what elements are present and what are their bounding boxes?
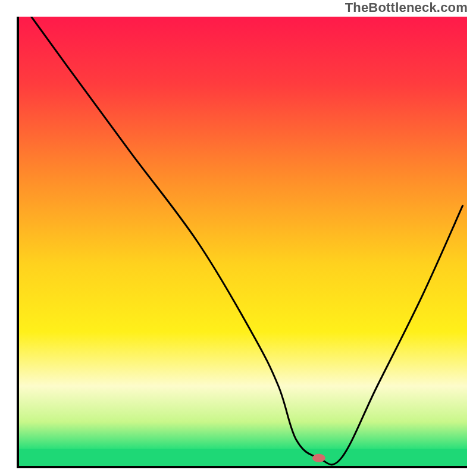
chart-green-band — [18, 449, 467, 467]
optimal-point-marker — [312, 454, 325, 462]
bottleneck-chart — [0, 0, 476, 476]
watermark-text: TheBottleneck.com — [345, 0, 468, 15]
chart-container: TheBottleneck.com — [0, 0, 476, 476]
chart-background-gradient — [18, 17, 467, 467]
